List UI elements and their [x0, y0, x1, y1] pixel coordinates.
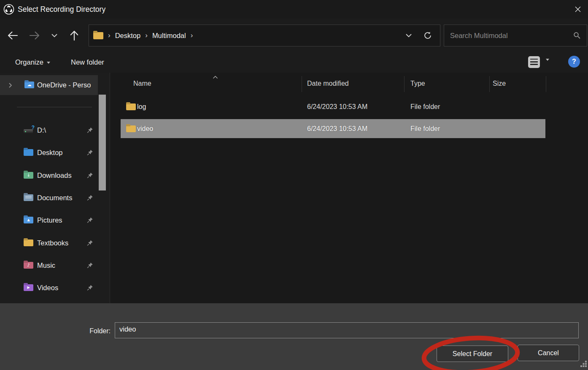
- cancel-button[interactable]: Cancel: [518, 345, 579, 361]
- resize-grip-icon[interactable]: [580, 360, 587, 369]
- address-bar[interactable]: › Desktop › Multimodal ›: [89, 24, 440, 46]
- new-folder-button[interactable]: New folder: [68, 52, 107, 73]
- breadcrumb-segment-desktop[interactable]: Desktop: [115, 32, 141, 40]
- breadcrumb-chevron-icon: ›: [191, 31, 193, 40]
- sidebar-item-documents[interactable]: Documents: [0, 189, 98, 206]
- file-row-video-selected[interactable]: video 6/24/2023 10:53 AM File folder: [110, 119, 588, 138]
- select-folder-button[interactable]: Select Folder: [437, 346, 508, 362]
- drive-icon: ?: [24, 126, 35, 134]
- content-area: ☁ OneDrive - Perso ? D:\ Desktop ↓ Downl…: [0, 73, 588, 303]
- breadcrumb-chevron-icon: ›: [108, 31, 111, 40]
- sidebar-item-onedrive[interactable]: ☁ OneDrive - Perso: [0, 75, 98, 95]
- navigation-bar: › Desktop › Multimodal ›: [0, 19, 588, 52]
- sidebar-divider: [17, 107, 92, 107]
- organize-button[interactable]: Organize: [13, 52, 53, 73]
- sidebar-item-downloads[interactable]: ↓ Downloads: [0, 167, 98, 184]
- file-date-modified: 6/24/2023 10:53 AM: [307, 119, 367, 138]
- textbooks-folder-icon: [24, 239, 33, 246]
- help-button[interactable]: ?: [568, 56, 580, 68]
- videos-folder-icon: ▶: [24, 284, 33, 291]
- sidebar-item-label: Desktop: [37, 144, 63, 161]
- new-folder-label: New folder: [71, 58, 104, 66]
- recent-locations-chevron-icon[interactable]: [47, 28, 62, 43]
- onedrive-folder-icon: ☁: [24, 82, 34, 88]
- back-icon[interactable]: [5, 28, 20, 43]
- column-header-name[interactable]: Name: [133, 74, 151, 93]
- footer: Folder: Select Folder Cancel: [0, 303, 588, 370]
- sidebar-item-pictures[interactable]: ▲ Pictures: [0, 212, 98, 229]
- sidebar: ☁ OneDrive - Perso ? D:\ Desktop ↓ Downl…: [0, 73, 110, 303]
- sidebar-scrollbar[interactable]: [99, 95, 106, 190]
- sidebar-item-label: Pictures: [37, 212, 62, 229]
- select-recording-directory-dialog: Select Recording Directory › Desktop › M…: [0, 0, 588, 370]
- file-list: Name Date modified Type Size log 6/24/20…: [110, 73, 588, 303]
- pin-icon: [87, 195, 93, 201]
- pin-icon: [87, 240, 93, 246]
- toolbar: Organize New folder ?: [0, 52, 588, 73]
- column-divider: [546, 76, 546, 92]
- up-icon[interactable]: [67, 28, 82, 43]
- column-divider: [404, 76, 405, 92]
- address-dropdown-chevron-icon[interactable]: [405, 33, 412, 38]
- details-view-icon: [530, 59, 538, 65]
- sidebar-item-d-drive[interactable]: ? D:\: [0, 122, 98, 139]
- close-icon[interactable]: [568, 0, 588, 19]
- pictures-folder-icon: ▲: [24, 217, 33, 223]
- sidebar-item-label: OneDrive - Perso: [37, 75, 98, 95]
- sidebar-item-label: Downloads: [37, 167, 72, 184]
- folder-icon: [126, 103, 136, 110]
- folder-icon: [126, 125, 136, 132]
- folder-name-input[interactable]: [115, 322, 579, 338]
- music-folder-icon: ♪: [24, 262, 33, 269]
- column-divider: [489, 76, 490, 92]
- sidebar-item-videos[interactable]: ▶ Videos: [0, 279, 98, 296]
- sidebar-item-label: D:\: [37, 122, 46, 139]
- pin-icon: [87, 262, 93, 269]
- pin-icon: [87, 127, 93, 133]
- view-dropdown-chevron-icon[interactable]: [546, 61, 549, 67]
- sidebar-item-label: Music: [37, 257, 55, 274]
- window-title: Select Recording Directory: [18, 0, 105, 19]
- pin-icon: [87, 172, 93, 179]
- forward-icon[interactable]: [27, 28, 42, 43]
- documents-folder-icon: [24, 194, 33, 201]
- file-type: File folder: [410, 119, 440, 138]
- pin-icon: [87, 217, 93, 223]
- sidebar-item-label: Videos: [37, 279, 58, 296]
- sidebar-item-desktop[interactable]: Desktop: [0, 144, 98, 161]
- chevron-down-icon: [47, 62, 50, 64]
- expand-chevron-icon[interactable]: [8, 82, 12, 90]
- sidebar-item-label: Documents: [37, 189, 72, 206]
- sort-ascending-icon: [213, 73, 218, 81]
- file-row-log[interactable]: log 6/24/2023 10:53 AM File folder: [110, 97, 588, 117]
- file-type: File folder: [410, 97, 440, 117]
- file-name: video: [137, 119, 153, 138]
- downloads-folder-icon: ↓: [24, 172, 33, 179]
- organize-label: Organize: [15, 58, 43, 66]
- refresh-icon[interactable]: [423, 31, 432, 40]
- desktop-folder-icon: [24, 149, 33, 156]
- pin-icon: [87, 285, 93, 291]
- column-header-date-modified[interactable]: Date modified: [307, 74, 349, 93]
- file-name: log: [137, 97, 146, 117]
- search-input[interactable]: [444, 32, 573, 40]
- search-box: [444, 24, 587, 46]
- search-icon: [573, 32, 581, 39]
- column-header-type[interactable]: Type: [410, 74, 425, 93]
- title-bar: Select Recording Directory: [0, 0, 588, 19]
- sidebar-item-textbooks[interactable]: Textbooks: [0, 234, 98, 251]
- sidebar-item-label: Textbooks: [37, 234, 68, 251]
- pin-icon: [87, 150, 93, 156]
- file-date-modified: 6/24/2023 10:53 AM: [307, 97, 367, 117]
- current-folder-icon: [93, 32, 103, 39]
- column-header-size[interactable]: Size: [493, 74, 506, 93]
- change-view-button[interactable]: [528, 56, 540, 68]
- column-divider: [302, 76, 302, 92]
- breadcrumb-chevron-icon: ›: [145, 31, 148, 40]
- sidebar-item-music[interactable]: ♪ Music: [0, 257, 98, 274]
- folder-label: Folder:: [63, 325, 111, 337]
- obs-logo-icon: [3, 4, 14, 15]
- breadcrumb-segment-multimodal[interactable]: Multimodal: [152, 32, 186, 40]
